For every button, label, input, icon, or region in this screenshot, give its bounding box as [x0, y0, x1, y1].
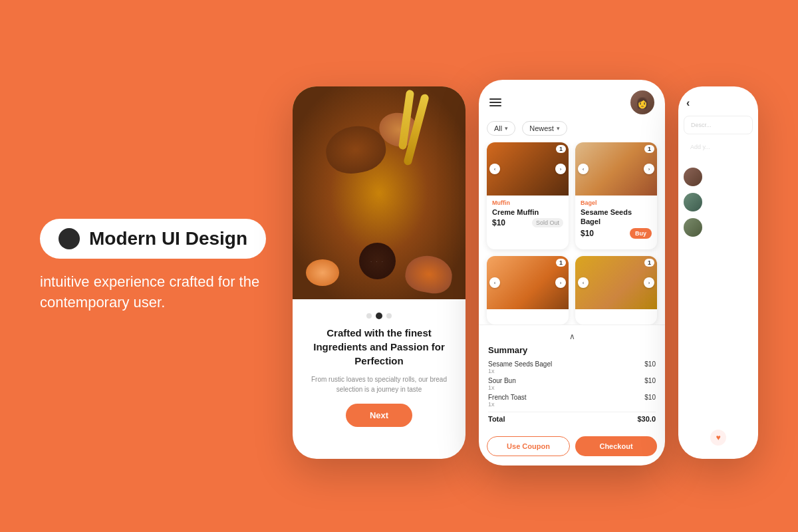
phones-container: Crafted with the finest Ingredients and …	[293, 73, 758, 459]
user-avatar[interactable]: 👩	[630, 90, 654, 114]
bread-hero-image	[293, 86, 466, 299]
next-button[interactable]: Next	[346, 404, 412, 427]
reviewers-list	[678, 161, 758, 243]
product-image-4: 1 ‹ ›	[575, 256, 657, 309]
summary-total-row: Total $30.0	[488, 412, 656, 423]
filter-newest[interactable]: Newest ▾	[522, 121, 567, 136]
chevron-down-icon-2: ▾	[557, 125, 560, 132]
phone-intro-screen: Crafted with the finest Ingredients and …	[293, 86, 466, 459]
prev-image-btn-1[interactable]: ‹	[489, 164, 500, 174]
summary-item-name-sour: Sour Bun	[488, 377, 516, 384]
bread-loaf-2	[403, 252, 455, 296]
reviewer-2	[684, 193, 753, 211]
shop-header: 👩	[479, 80, 665, 121]
menu-icon[interactable]	[489, 98, 501, 106]
chocolate-roll	[359, 243, 396, 279]
summary-total-label: Total	[488, 415, 505, 423]
reviewer-avatar-3	[684, 218, 702, 237]
product-category-muffin: Muffin	[492, 200, 563, 206]
summary-title: Summary	[488, 345, 656, 355]
summary-item-price-toast: $10	[644, 394, 656, 408]
intro-title: Crafted with the finest Ingredients and …	[306, 326, 452, 368]
phone-detail-screen: ‹ Descr... Add y...	[678, 86, 758, 459]
title-dot-icon	[59, 228, 80, 249]
summary-item-price-bagel: $10	[644, 360, 656, 374]
product-card-muffin[interactable]: 1 ‹ › Muffin Creme Muffin $10 Sold Out	[487, 142, 569, 249]
next-image-btn-2[interactable]: ›	[644, 164, 654, 174]
filter-newest-label: Newest	[529, 124, 554, 132]
prev-image-btn-2[interactable]: ‹	[578, 164, 589, 174]
prev-image-btn-4[interactable]: ‹	[578, 277, 589, 288]
product-price-bagel: $10	[581, 229, 594, 238]
bread-pile	[293, 86, 466, 299]
hamburger-line-2	[489, 102, 501, 103]
next-image-btn-3[interactable]: ›	[555, 277, 566, 288]
image-count-1: 1	[556, 145, 566, 153]
summary-item-price-sour: $10	[644, 377, 656, 391]
prev-image-btn-3[interactable]: ‹	[489, 277, 500, 288]
dots-indicator	[366, 313, 392, 319]
dot-2-active	[376, 313, 382, 319]
reviewer-3	[684, 218, 753, 237]
hamburger-line-1	[489, 98, 501, 100]
desc-text: Descr...	[691, 122, 712, 128]
description-field[interactable]: Descr...	[684, 116, 753, 134]
filter-all-label: All	[494, 124, 502, 132]
product-name-muffin: Creme Muffin	[492, 207, 563, 217]
buy-button-bagel[interactable]: Buy	[630, 228, 652, 239]
summary-toggle[interactable]: ∧	[488, 332, 656, 341]
image-nav-1: ‹ ›	[487, 164, 569, 174]
hamburger-line-3	[489, 105, 501, 106]
product-info-4	[575, 309, 657, 319]
chevron-down-icon: ▾	[505, 125, 508, 132]
summary-section: ∧ Summary Sesame Seeds Bagel 1x $10 Sour…	[479, 325, 665, 430]
reviewer-1	[684, 168, 753, 186]
dot-3	[386, 313, 392, 319]
subtitle: intuitive experience crafted for the con…	[40, 272, 266, 313]
heart-icon[interactable]: ♥	[710, 430, 726, 446]
left-section: Modern UI Design intuitive experience cr…	[40, 219, 266, 313]
product-info-muffin: Muffin Creme Muffin $10 Sold Out	[487, 196, 569, 233]
product-image-bagel: 1 ‹ ›	[575, 142, 657, 196]
product-category-bagel: Bagel	[581, 200, 652, 206]
summary-item-qty-toast: 1x	[488, 401, 527, 408]
phone-shop-screen: 👩 All ▾ Newest ▾ 1	[479, 80, 665, 466]
chevron-up-icon: ∧	[569, 332, 575, 341]
back-icon[interactable]: ‹	[686, 97, 690, 109]
phone-intro-content: Crafted with the finest Ingredients and …	[293, 299, 466, 459]
summary-item-bagel: Sesame Seeds Bagel 1x $10	[488, 360, 656, 374]
product-card-4[interactable]: 1 ‹ ›	[575, 256, 657, 325]
summary-item-name-bagel: Sesame Seeds Bagel	[488, 360, 552, 368]
summary-item-sour: Sour Bun 1x $10	[488, 377, 656, 391]
add-field[interactable]: Add y...	[684, 140, 753, 154]
product-card-3[interactable]: 1 ‹ ›	[487, 256, 569, 325]
avatar-emoji: 👩	[636, 96, 649, 109]
dot-1	[366, 313, 372, 319]
use-coupon-button[interactable]: Use Coupon	[487, 436, 570, 456]
product-image-3: 1 ‹ ›	[487, 256, 569, 309]
intro-description: From rustic loaves to specialty rolls, o…	[306, 374, 452, 394]
title-badge: Modern UI Design	[40, 219, 266, 259]
product-image-muffin: 1 ‹ ›	[487, 142, 569, 196]
bread-image-inner	[293, 86, 466, 299]
next-image-btn-1[interactable]: ›	[555, 164, 566, 174]
product-info-bagel: Bagel Sesame Seeds Bagel $10 Buy	[575, 196, 657, 244]
heart-symbol: ♥	[716, 433, 720, 442]
products-grid: 1 ‹ › Muffin Creme Muffin $10 Sold Out	[479, 142, 665, 325]
filter-all[interactable]: All ▾	[487, 121, 515, 136]
page-title: Modern UI Design	[89, 228, 247, 249]
summary-item-qty-sour: 1x	[488, 384, 516, 391]
checkout-button[interactable]: Checkout	[575, 436, 657, 456]
image-count-2: 1	[644, 145, 654, 153]
image-count-3: 1	[556, 259, 566, 267]
image-nav-2: ‹ ›	[575, 164, 657, 174]
bread-bun-1	[306, 259, 339, 286]
image-nav-4: ‹ ›	[575, 277, 657, 288]
add-text: Add y...	[690, 144, 710, 150]
product-card-bagel[interactable]: 1 ‹ › Bagel Sesame Seeds Bagel $10 Buy	[575, 142, 657, 249]
product-name-bagel: Sesame Seeds Bagel	[581, 207, 652, 227]
next-image-btn-4[interactable]: ›	[644, 277, 654, 288]
reviewer-avatar-1	[684, 168, 702, 186]
detail-header: ‹	[678, 86, 758, 116]
summary-total-price: $30.0	[637, 415, 656, 423]
